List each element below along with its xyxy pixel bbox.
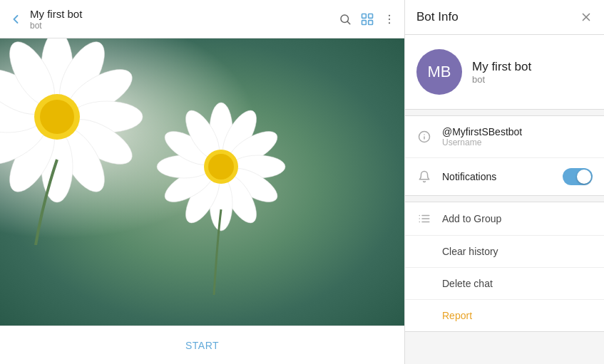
- delete-chat-row[interactable]: Delete chat: [405, 268, 604, 300]
- bell-icon: [416, 170, 432, 183]
- clear-history-row[interactable]: Clear history: [405, 236, 604, 268]
- bot-info-title: Bot Info: [416, 10, 580, 24]
- username-row: @MyfirstSBestbot Username: [405, 116, 604, 158]
- info-circle-icon: [416, 130, 432, 143]
- report-label: Report: [442, 310, 472, 321]
- svg-point-22: [40, 100, 74, 134]
- svg-point-8: [389, 22, 390, 24]
- bot-name: My first bot: [472, 60, 531, 74]
- svg-point-36: [208, 154, 234, 180]
- svg-rect-2: [362, 14, 367, 18]
- chat-header-actions: [339, 12, 396, 26]
- bot-avatar: MB: [416, 49, 462, 95]
- notifications-row: Notifications: [405, 158, 604, 195]
- info-section: @MyfirstSBestbot Username Notifications: [405, 115, 604, 196]
- svg-point-6: [389, 14, 390, 16]
- chat-header: My first bot bot: [0, 0, 404, 38]
- bot-profile: MB My first bot bot: [405, 35, 604, 110]
- layout-icon[interactable]: [360, 12, 374, 26]
- notifications-toggle[interactable]: [563, 168, 593, 185]
- chat-image-area: [0, 38, 404, 326]
- svg-rect-3: [369, 14, 373, 18]
- bot-info-header: Bot Info: [405, 0, 604, 35]
- flower-right: [135, 95, 321, 295]
- chat-panel: My first bot bot: [0, 0, 404, 364]
- clear-history-label: Clear history: [442, 246, 498, 257]
- back-button[interactable]: [9, 12, 23, 26]
- username-content: @MyfirstSBestbot Username: [442, 126, 593, 147]
- add-to-group-label: Add to Group: [442, 213, 501, 224]
- chat-subtitle: bot: [30, 21, 339, 31]
- chat-background: [0, 38, 404, 326]
- report-row[interactable]: Report: [405, 300, 604, 331]
- start-button[interactable]: START: [171, 334, 233, 357]
- bot-type: bot: [472, 74, 531, 85]
- notifications-label: Notifications: [442, 171, 553, 182]
- svg-point-7: [389, 18, 390, 19]
- search-icon[interactable]: [339, 13, 352, 26]
- more-icon[interactable]: [383, 13, 396, 26]
- svg-rect-4: [362, 20, 367, 24]
- flowers-container: [0, 38, 404, 326]
- svg-rect-5: [369, 20, 373, 24]
- chat-header-info: My first bot bot: [30, 8, 339, 31]
- bot-profile-info: My first bot bot: [472, 60, 531, 85]
- bot-info-panel: Bot Info MB My first bot bot: [404, 0, 604, 364]
- add-to-group-row[interactable]: Add to Group: [405, 202, 604, 236]
- delete-chat-label: Delete chat: [442, 278, 493, 289]
- list-icon: [416, 212, 432, 225]
- chat-title: My first bot: [30, 8, 339, 21]
- app-container: My first bot bot: [0, 0, 604, 364]
- close-icon[interactable]: [580, 11, 593, 24]
- username-value: @MyfirstSBestbot: [442, 126, 593, 137]
- notifications-content: Notifications: [442, 171, 553, 182]
- svg-line-1: [347, 21, 349, 24]
- username-label: Username: [442, 137, 593, 147]
- chat-footer: START: [0, 326, 404, 364]
- actions-section: Add to Group Clear history Delete chat R…: [405, 202, 604, 332]
- svg-point-0: [341, 15, 349, 23]
- avatar-initials: MB: [428, 63, 451, 81]
